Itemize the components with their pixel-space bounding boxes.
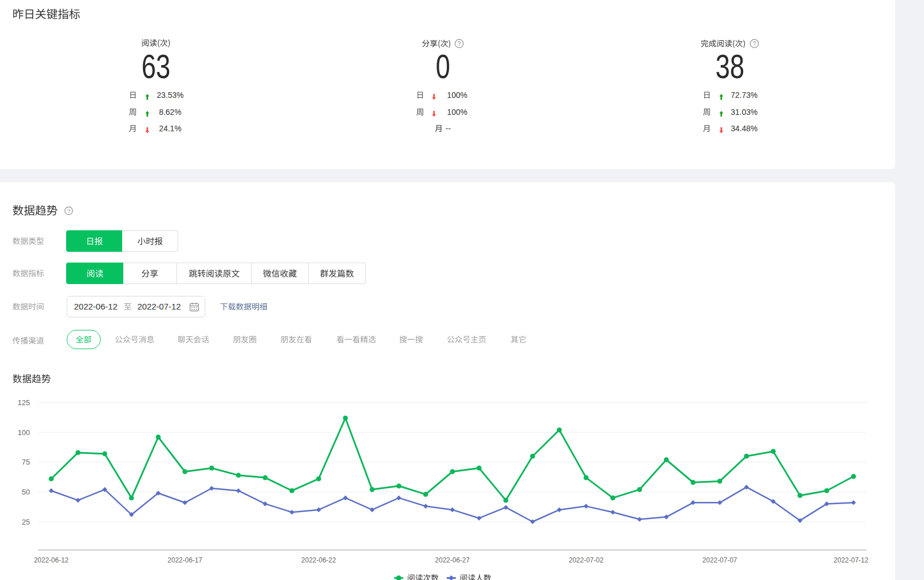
svg-text:125: 125 [18,398,30,407]
svg-text:75: 75 [22,458,30,466]
svg-text:50: 50 [22,488,30,496]
svg-text:2022-06-27: 2022-06-27 [435,556,470,564]
svg-text:2022-06-17: 2022-06-17 [167,556,202,564]
svg-text:25: 25 [22,518,30,526]
svg-text:100: 100 [18,428,30,437]
svg-text:2022-07-12: 2022-07-12 [834,556,869,564]
svg-text:2022-06-22: 2022-06-22 [301,556,336,564]
svg-text:?: ? [67,208,71,214]
svg-text:?: ? [457,40,461,47]
svg-text:2022-07-02: 2022-07-02 [569,556,604,564]
svg-text:2022-06-12: 2022-06-12 [34,556,69,564]
svg-text:?: ? [753,40,756,47]
svg-text:2022-07-07: 2022-07-07 [702,556,737,564]
